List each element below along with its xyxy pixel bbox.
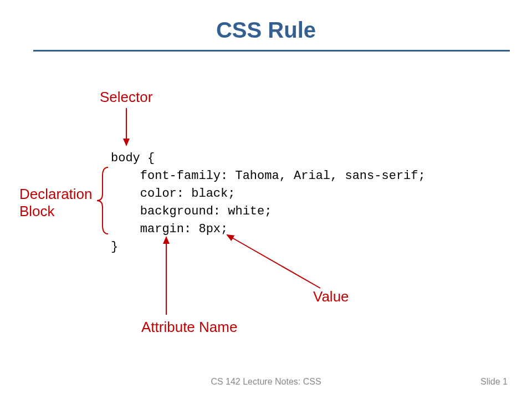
footer-slide-number: Slide 1 [480, 377, 508, 387]
annotation-arrows [0, 0, 532, 399]
slide: CSS Rule Selector Declaration Block Attr… [0, 0, 532, 399]
brace-declaration-block [97, 167, 108, 234]
footer-course: CS 142 Lecture Notes: CSS [0, 377, 532, 387]
arrow-value [227, 235, 320, 288]
